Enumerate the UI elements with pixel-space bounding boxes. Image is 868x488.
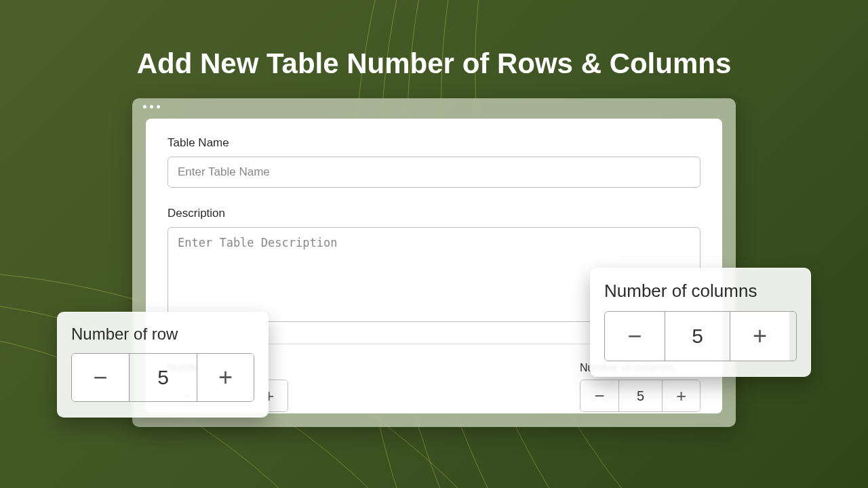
columns-callout-label: Number of columns	[604, 281, 797, 302]
columns-increment-button[interactable]: +	[662, 380, 700, 411]
window-dot-icon	[157, 105, 160, 108]
rows-callout: Number of row − 5 +	[57, 312, 269, 418]
rows-callout-label: Number of row	[71, 325, 254, 344]
columns-value: 5	[618, 380, 662, 411]
columns-stepper: − 5 +	[580, 380, 701, 412]
page-title: Add New Table Number of Rows & Columns	[0, 47, 868, 80]
columns-callout-increment-button[interactable]: +	[730, 312, 789, 361]
description-label: Description	[167, 207, 701, 220]
columns-decrement-button[interactable]: −	[580, 380, 618, 411]
table-name-label: Table Name	[167, 136, 701, 150]
columns-callout: Number of columns − 5 +	[590, 268, 811, 377]
window-dot-icon	[143, 105, 146, 108]
columns-callout-decrement-button[interactable]: −	[605, 312, 665, 361]
columns-callout-stepper: − 5 +	[604, 311, 797, 361]
rows-callout-value: 5	[129, 354, 197, 401]
columns-callout-value: 5	[665, 312, 730, 361]
rows-callout-increment-button[interactable]: +	[197, 354, 254, 401]
rows-callout-stepper: − 5 +	[71, 353, 254, 402]
table-name-input[interactable]	[167, 157, 701, 188]
window-controls	[143, 105, 160, 108]
window-dot-icon	[150, 105, 153, 108]
rows-callout-decrement-button[interactable]: −	[72, 354, 129, 401]
